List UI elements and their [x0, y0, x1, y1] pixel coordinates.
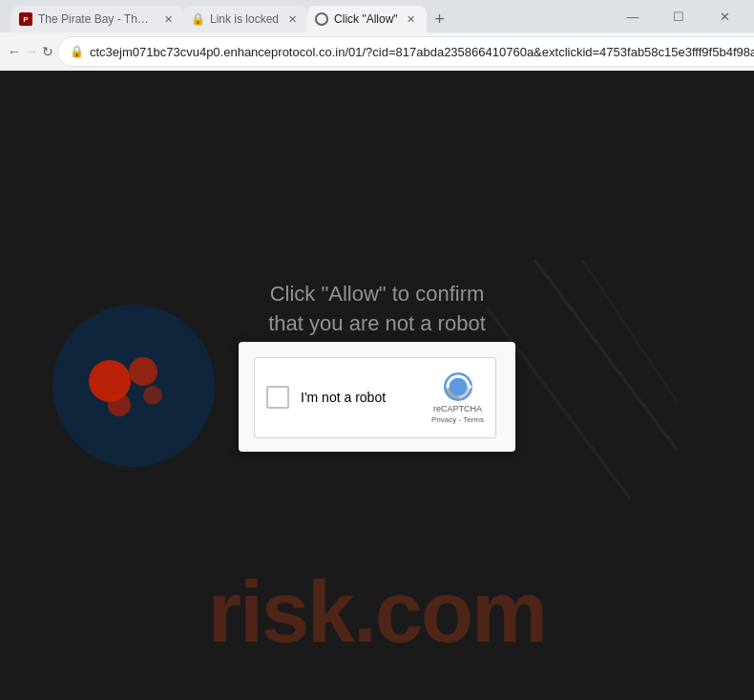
- tab-piratebay[interactable]: P The Pirate Bay - The galaxy's m... ✕: [11, 6, 183, 32]
- tab-favicon-allow: [315, 12, 328, 26]
- recaptcha-logo-icon: [443, 371, 473, 402]
- tab-title-piratebay: The Pirate Bay - The galaxy's m...: [38, 12, 155, 26]
- title-bar: P The Pirate Bay - The galaxy's m... ✕ 🔒…: [0, 0, 754, 32]
- refresh-button[interactable]: ↻: [42, 36, 53, 67]
- recaptcha-brand-label: reCAPTCHA: [433, 404, 482, 414]
- svg-point-4: [143, 386, 162, 405]
- recaptcha-dialog: I'm not a robot reCAPTCHA Privacy: [239, 342, 515, 452]
- window-controls: — ☐ ✕: [611, 0, 754, 32]
- chrome-window: P The Pirate Bay - The galaxy's m... ✕ 🔒…: [0, 0, 754, 700]
- nav-bar: ← → ↻ 🔒 ctc3ejm071bc73cvu4p0.enhanceprot…: [0, 32, 754, 71]
- page-message-line1: Click "Allow" to confirm: [268, 281, 486, 310]
- svg-point-0: [52, 305, 215, 467]
- tab-close-piratebay[interactable]: ✕: [160, 11, 176, 27]
- svg-line-5: [534, 260, 678, 451]
- tab-title-locked: Link is locked: [210, 12, 279, 26]
- address-text: ctc3ejm071bc73cvu4p0.enhanceprotocol.co.…: [90, 45, 754, 59]
- tab-locked[interactable]: 🔒 Link is locked ✕: [183, 6, 307, 32]
- tab-favicon-tpb: P: [19, 12, 32, 26]
- back-button[interactable]: ←: [8, 36, 21, 67]
- svg-line-7: [582, 260, 678, 403]
- maximize-button[interactable]: ☐: [657, 0, 701, 32]
- page-message: Click "Allow" to confirm that you are no…: [268, 281, 486, 340]
- background-diagonal: [487, 260, 678, 498]
- recaptcha-label: I'm not a robot: [301, 390, 386, 405]
- address-lock-icon: 🔒: [70, 45, 84, 58]
- watermark-text: risk.com: [208, 563, 546, 662]
- svg-point-3: [108, 393, 131, 416]
- new-tab-button[interactable]: +: [427, 6, 453, 32]
- recaptcha-checkbox[interactable]: [266, 386, 289, 409]
- tab-bar: P The Pirate Bay - The galaxy's m... ✕ 🔒…: [8, 0, 611, 32]
- tab-close-allow[interactable]: ✕: [404, 11, 419, 27]
- tab-close-locked[interactable]: ✕: [284, 11, 300, 27]
- close-button[interactable]: ✕: [702, 0, 746, 32]
- recaptcha-inner: I'm not a robot reCAPTCHA Privacy: [254, 357, 496, 438]
- minimize-button[interactable]: —: [611, 0, 655, 32]
- page-content: Click "Allow" to confirm that you are no…: [0, 71, 754, 700]
- svg-point-2: [129, 357, 157, 386]
- page-message-line2: that you are not a robot: [268, 309, 486, 339]
- tab-title-allow: Click "Allow": [334, 12, 398, 26]
- background-logo: [48, 300, 220, 472]
- recaptcha-links: Privacy - Terms: [431, 415, 484, 424]
- forward-button[interactable]: →: [25, 36, 38, 67]
- tab-allow[interactable]: Click "Allow" ✕: [307, 6, 427, 32]
- address-bar[interactable]: 🔒 ctc3ejm071bc73cvu4p0.enhanceprotocol.c…: [57, 36, 754, 67]
- recaptcha-left: I'm not a robot: [266, 386, 386, 409]
- tab-favicon-lock: 🔒: [191, 12, 204, 26]
- recaptcha-right: reCAPTCHA Privacy - Terms: [431, 371, 484, 424]
